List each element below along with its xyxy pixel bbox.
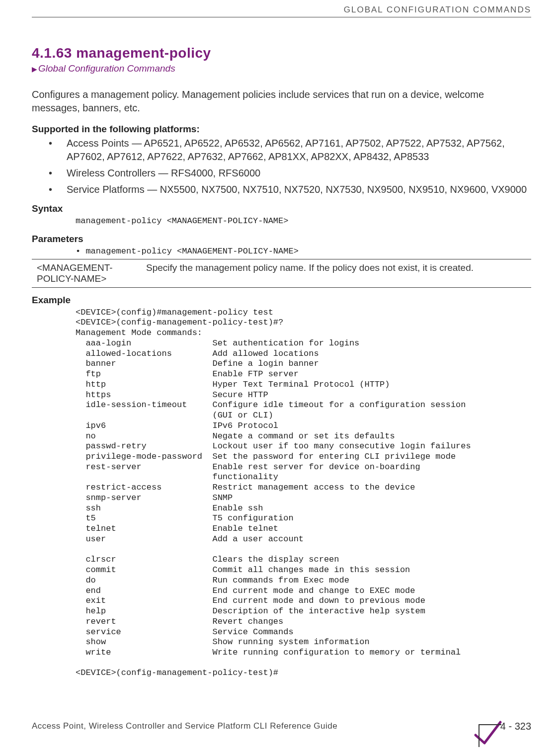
breadcrumb: ▶Global Configuration Commands [32,63,531,74]
param-desc-cell: Specify the management policy name. If t… [141,259,531,287]
list-item: Service Platforms — NX5500, NX7500, NX75… [67,183,531,196]
footer-guide-title: Access Point, Wireless Controller and Se… [32,721,337,731]
list-item: Access Points — AP6521, AP6522, AP6532, … [67,137,531,164]
example-code: <DEVICE>(config)#management-policy test … [76,308,531,678]
breadcrumb-arrow-icon: ▶ [32,65,38,73]
syntax-code: management-policy <MANAGEMENT-POLICY-NAM… [76,216,531,227]
parameters-usage-line: • management-policy <MANAGEMENT-POLICY-N… [76,247,531,256]
page-number: 4 - 323 [500,721,531,732]
table-row: <MANAGEMENT-POLICY-NAME> Specify the man… [32,259,531,287]
page-footer: Access Point, Wireless Controller and Se… [32,715,531,737]
parameters-table: <MANAGEMENT-POLICY-NAME> Specify the man… [32,259,531,288]
syntax-heading: Syntax [32,203,531,214]
breadcrumb-text: Global Configuration Commands [38,63,175,74]
list-item: Wireless Controllers — RFS4000, RFS6000 [67,167,531,180]
param-name-cell: <MANAGEMENT-POLICY-NAME> [32,259,141,287]
footer-corner-mark-icon [470,715,491,737]
parameters-heading: Parameters [32,234,531,245]
intro-paragraph: Configures a management policy. Manageme… [32,88,531,115]
section-title: 4.1.63 management-policy [32,45,531,61]
example-heading: Example [32,295,531,306]
platforms-list: Access Points — AP6521, AP6522, AP6532, … [32,137,531,196]
supported-platforms-heading: Supported in the following platforms: [32,124,531,135]
running-header: GLOBAL CONFIGURATION COMMANDS [32,5,531,17]
